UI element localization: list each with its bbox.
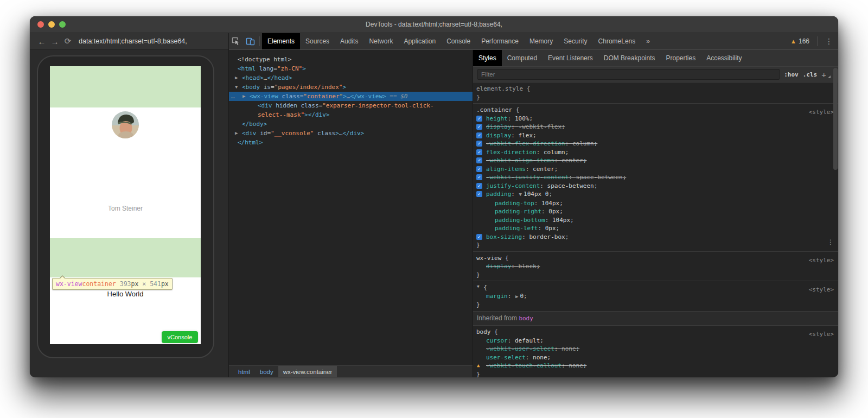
css-property-webkit-touch-callout[interactable]: ▲-webkit-touch-callout: none; — [473, 362, 838, 370]
property-name[interactable]: -webkit-align-items — [486, 157, 554, 164]
property-value[interactable]: none — [561, 345, 576, 352]
css-property-align-items[interactable]: ✓align-items: center; — [473, 165, 838, 174]
tab-chromelens[interactable]: ChromeLens — [593, 33, 641, 49]
expand-icon[interactable]: ▶ — [235, 73, 238, 83]
css-property-flex-direction[interactable]: ✓flex-direction: column; — [473, 148, 838, 157]
styles-filter-input[interactable] — [477, 69, 780, 80]
tab-performance[interactable]: Performance — [476, 33, 524, 49]
css-property-display[interactable]: ✓display: -webkit-flex; — [473, 123, 838, 131]
dom-tree-line-8[interactable]: ▶<div id="__vconsole" class>…</div> — [229, 129, 473, 138]
property-checkbox[interactable]: ✓ — [476, 141, 482, 147]
crumb-html[interactable]: html — [233, 366, 255, 377]
shorthand-collapse-icon[interactable]: ▼ — [519, 192, 522, 197]
property-value[interactable]: block — [519, 263, 537, 270]
tab-audits[interactable]: Audits — [335, 33, 363, 49]
element-classes-button[interactable]: .cls — [803, 71, 818, 78]
property-value[interactable]: 100% — [515, 115, 529, 122]
sidebar-tab-dom-breakpoints[interactable]: DOM Breakpoints — [598, 50, 661, 66]
property-value[interactable]: column — [572, 140, 594, 147]
maximize-window-button[interactable] — [59, 21, 66, 28]
property-value[interactable]: 0px — [548, 208, 559, 215]
dom-tree-line-0[interactable]: <!doctype html> — [229, 55, 473, 64]
dom-tree-line-7[interactable]: </body> — [229, 119, 473, 129]
property-name[interactable]: cursor — [486, 337, 508, 344]
tab-more-tabs[interactable]: » — [641, 33, 655, 49]
vconsole-button[interactable]: vConsole — [162, 331, 198, 343]
dom-tree-line-2[interactable]: ▶<head>…</head> — [229, 73, 473, 83]
property-value[interactable]: 0px — [545, 225, 556, 232]
property-value[interactable]: 104px — [541, 200, 559, 207]
property-value[interactable]: none — [533, 354, 547, 361]
property-value[interactable]: default — [515, 337, 540, 344]
property-checkbox[interactable]: ✓ — [476, 174, 482, 180]
property-checkbox[interactable]: ✓ — [476, 183, 482, 189]
property-checkbox[interactable]: ✓ — [476, 124, 482, 130]
sidebar-tab-event-listeners[interactable]: Event Listeners — [542, 50, 598, 66]
collapse-icon[interactable]: ▼ — [235, 83, 238, 92]
property-value[interactable]: center — [561, 157, 583, 164]
property-value[interactable]: column — [544, 149, 565, 156]
property-name[interactable]: align-items — [486, 166, 526, 173]
property-value[interactable]: 104px 0 — [524, 191, 548, 198]
css-property-padding-left[interactable]: padding-left: 0px; — [473, 224, 838, 233]
property-name[interactable]: padding-top — [495, 200, 534, 207]
property-name[interactable]: display — [486, 263, 511, 270]
scrollbar-thumb[interactable] — [833, 68, 838, 170]
back-icon[interactable]: ← — [35, 37, 48, 46]
property-name[interactable]: padding-left — [495, 225, 538, 232]
property-name[interactable]: justify-content — [486, 182, 540, 189]
dom-tree-line-5[interactable]: <div hidden class="exparser-inspector-to… — [229, 101, 473, 110]
property-name[interactable]: margin — [486, 293, 508, 300]
expand-icon[interactable]: ▶ — [235, 129, 238, 138]
css-property-webkit-align-items[interactable]: ✓-webkit-align-items: center; — [473, 156, 838, 165]
inspect-element-icon[interactable] — [229, 33, 243, 49]
tab-application[interactable]: Application — [398, 33, 441, 49]
css-property-box-sizing[interactable]: ✓box-sizing: border-box; — [473, 233, 838, 242]
tab-memory[interactable]: Memory — [524, 33, 558, 49]
tab-network[interactable]: Network — [363, 33, 398, 49]
dom-tree-line-9[interactable]: </html> — [229, 138, 473, 147]
css-property-padding-bottom[interactable]: padding-bottom: 104px; — [473, 216, 838, 225]
css-property-padding[interactable]: ✓padding: ▼104px 0; — [473, 190, 838, 199]
url-bar[interactable]: data:text/html;charset=utf-8;base64, — [79, 37, 187, 45]
property-value[interactable]: border-box — [529, 233, 565, 240]
devtools-menu-icon[interactable]: ⋮ — [820, 37, 838, 46]
property-value[interactable]: -webkit-flex — [519, 123, 561, 130]
property-value[interactable]: 104px — [552, 217, 570, 224]
minimize-window-button[interactable] — [48, 21, 55, 28]
css-property-display[interactable]: ✓display: flex; — [473, 131, 838, 140]
tab-console[interactable]: Console — [441, 33, 476, 49]
css-property-padding-top[interactable]: padding-top: 104px; — [473, 199, 838, 208]
sidebar-tab-computed[interactable]: Computed — [502, 50, 542, 66]
property-name[interactable]: display — [486, 132, 511, 139]
tab-sources[interactable]: Sources — [300, 33, 335, 49]
crumb-wx-view-container[interactable]: wx-view.container — [278, 366, 337, 377]
property-name[interactable]: padding — [486, 191, 511, 198]
expand-icon[interactable]: ▶ — [242, 92, 245, 101]
property-value[interactable]: center — [533, 166, 554, 173]
css-property-cursor[interactable]: cursor: default; — [473, 337, 838, 345]
css-property-user-select[interactable]: user-select: none; — [473, 353, 838, 362]
rule-selector[interactable]: wx-view — [476, 255, 501, 262]
property-name[interactable]: -webkit-touch-callout — [486, 362, 561, 369]
property-name[interactable]: box-sizing — [486, 233, 522, 240]
device-toolbar-icon[interactable] — [243, 33, 257, 49]
property-name[interactable]: -webkit-user-select — [486, 345, 554, 352]
css-property-justify-content[interactable]: ✓justify-content: space-between; — [473, 182, 838, 191]
css-property-padding-right[interactable]: padding-right: 0px; — [473, 207, 838, 216]
rule-selector[interactable]: .container — [476, 106, 512, 113]
property-name[interactable]: flex-direction — [486, 149, 537, 156]
property-checkbox[interactable]: ✓ — [476, 234, 482, 240]
property-checkbox[interactable]: ✓ — [476, 166, 482, 172]
rule-selector[interactable]: element.style — [476, 85, 523, 92]
css-property-webkit-user-select[interactable]: -webkit-user-select: none; — [473, 345, 838, 353]
new-style-rule-button[interactable]: + — [821, 70, 831, 79]
property-checkbox[interactable]: ✓ — [476, 132, 482, 138]
dom-tree-line-1[interactable]: <html lang="zh-CN"> — [229, 64, 473, 73]
close-window-button[interactable] — [37, 21, 44, 28]
forward-icon[interactable]: → — [48, 37, 61, 46]
property-checkbox[interactable]: ✓ — [476, 191, 482, 197]
property-checkbox[interactable]: ✓ — [476, 116, 482, 122]
property-checkbox[interactable]: ✓ — [476, 157, 482, 163]
css-property-webkit-justify-content[interactable]: ✓-webkit-justify-content: space-between; — [473, 173, 838, 182]
